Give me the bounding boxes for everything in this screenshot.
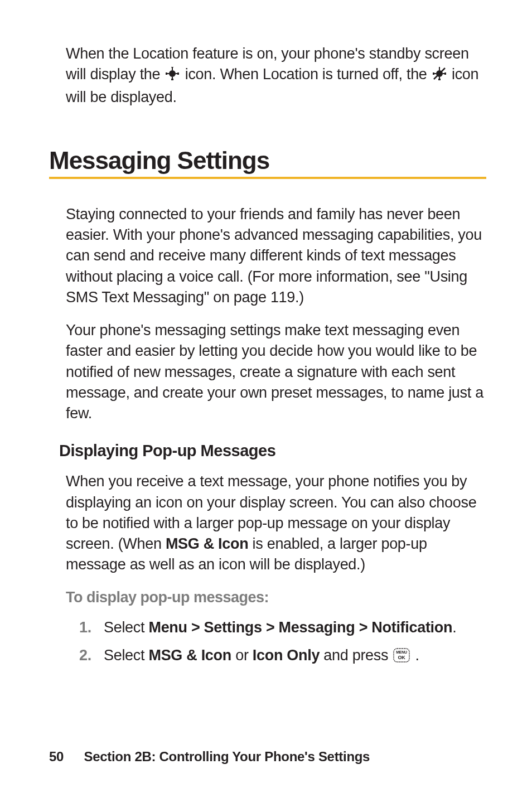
paragraph-2: Your phone's messaging settings make tex…: [66, 320, 486, 424]
subheading-popup: Displaying Pop-up Messages: [59, 442, 486, 460]
popup-bold-1: MSG & Icon: [166, 535, 249, 552]
location-off-icon: [432, 66, 447, 86]
intro-text-2: icon. When Location is turned off, the: [185, 66, 431, 83]
footer-section-label: Section 2B: Controlling Your Phone's Set…: [84, 749, 370, 764]
popup-paragraph: When you receive a text message, your ph…: [66, 471, 486, 575]
page-number: 50: [49, 749, 64, 764]
svg-rect-5: [166, 72, 167, 75]
location-intro-paragraph: When the Location feature is on, your ph…: [66, 43, 486, 108]
svg-rect-15: [444, 72, 446, 75]
section-heading: Messaging Settings: [49, 147, 486, 175]
step-1-text-1: Select: [104, 619, 148, 636]
step-2-bold-2: Icon Only: [253, 647, 320, 664]
action-label: To display pop-up messages:: [66, 589, 486, 606]
step-2-text-2: or: [231, 647, 253, 664]
svg-rect-6: [177, 72, 179, 75]
menu-ok-key-icon: MENU OK: [393, 646, 410, 669]
step-1-number: 1.: [79, 616, 91, 639]
step-1-bold: Menu > Settings > Messaging > Notificati…: [148, 619, 452, 636]
svg-text:OK: OK: [398, 655, 406, 660]
step-2-text-1: Select: [104, 647, 148, 664]
step-2-text-3: and press: [320, 647, 392, 664]
paragraph-1: Staying connected to your friends and fa…: [66, 204, 486, 308]
location-on-icon: [165, 66, 180, 86]
svg-rect-7: [171, 79, 173, 80]
step-1: 1. Select Menu > Settings > Messaging > …: [79, 616, 486, 639]
step-2-bold-1: MSG & Icon: [148, 647, 231, 664]
svg-rect-16: [438, 79, 441, 80]
svg-rect-14: [433, 72, 434, 75]
svg-text:MENU: MENU: [396, 650, 408, 654]
step-2-text-4: .: [411, 647, 419, 664]
svg-point-0: [170, 71, 175, 76]
step-1-text-2: .: [452, 619, 456, 636]
step-2-number: 2.: [79, 644, 91, 667]
step-2: 2. Select MSG & Icon or Icon Only and pr…: [79, 644, 486, 669]
heading-underline: [49, 177, 486, 179]
page-footer: 50 Section 2B: Controlling Your Phone's …: [49, 749, 370, 765]
steps-list: 1. Select Menu > Settings > Messaging > …: [79, 616, 486, 669]
